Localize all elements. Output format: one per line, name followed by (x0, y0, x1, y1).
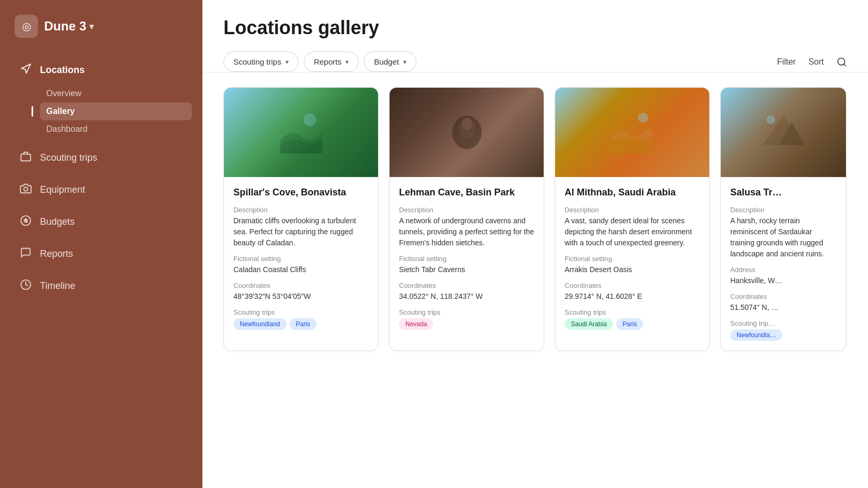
sidebar-item-overview[interactable]: Overview (40, 85, 192, 102)
svg-point-2 (24, 187, 27, 191)
app-icon-glyph: ◎ (22, 20, 31, 33)
scouting-trips-filter-label: Scouting trips (233, 57, 281, 66)
card-trips-label-4: Scouting trip… (730, 319, 836, 327)
tag-paris-1[interactable]: Paris (290, 318, 316, 330)
tag-paris-3[interactable]: Paris (616, 318, 643, 330)
svg-line-7 (844, 64, 846, 66)
svg-point-12 (638, 112, 648, 122)
location-card-1[interactable]: Spillar's Cove, Bonavista Description Dr… (223, 87, 379, 351)
search-action-button[interactable] (836, 57, 847, 67)
sidebar-item-timeline-label: Timeline (40, 281, 75, 292)
card-desc-label-1: Description (233, 206, 369, 214)
reports-chevron-icon: ▾ (345, 58, 349, 66)
search-icon (836, 57, 847, 67)
sidebar-item-scouting-trips-label: Scouting trips (40, 152, 97, 163)
card-body-4: Salusa Tr… Description A harsh, rocky te… (721, 177, 846, 350)
svg-point-11 (462, 118, 472, 130)
card-fictional-label-1: Fictional setting (233, 255, 369, 263)
app-title[interactable]: Dune 3 ▾ (44, 19, 94, 34)
card-coords-value-1: 48°39′32″N 53°04′05″W (233, 291, 369, 302)
card-address-value-4: Hanksville, W… (730, 275, 836, 286)
sidebar-item-budgets-label: Budgets (40, 216, 75, 227)
main-header: Locations gallery Scouting trips ▾ Repor… (202, 0, 868, 72)
sidebar-header: ◎ Dune 3 ▾ (0, 0, 202, 50)
nav-section-budgets: Budgets (0, 206, 202, 238)
nav-section-timeline: Timeline (0, 271, 202, 303)
nav-section-locations: Locations Overview Gallery Dashboard (0, 55, 202, 142)
location-card-4[interactable]: Salusa Tr… Description A harsh, rocky te… (720, 87, 846, 351)
app-icon: ◎ (15, 15, 38, 38)
budget-filter-button[interactable]: Budget ▾ (364, 51, 416, 72)
sidebar-item-equipment[interactable]: Equipment (11, 176, 192, 203)
sort-action-label: Sort (809, 57, 824, 67)
card-tags-2: Nevada (399, 318, 534, 330)
card-image-3 (555, 88, 709, 177)
card-title-1: Spillar's Cove, Bonavista (233, 186, 369, 199)
sidebar-item-timeline[interactable]: Timeline (11, 273, 192, 299)
card-desc-value-3: A vast, sandy desert ideal for scenes de… (565, 215, 700, 248)
card-body-2: Lehman Cave, Basin Park Description A ne… (390, 177, 544, 339)
card-image-4 (721, 88, 846, 177)
tag-nevada[interactable]: Nevada (399, 318, 433, 330)
svg-marker-0 (22, 64, 30, 73)
sidebar-item-locations[interactable]: Locations (11, 57, 192, 84)
card-desc-value-2: A network of underground caverns and tun… (399, 215, 534, 248)
card-coords-label-1: Coordinates (233, 282, 369, 289)
card-coords-value-3: 29.9714° N, 41.6028° E (565, 291, 700, 302)
card-coords-label-4: Coordinates (730, 293, 836, 300)
sidebar-item-reports[interactable]: Reports (11, 241, 192, 267)
scouting-trips-filter-button[interactable]: Scouting trips ▾ (223, 51, 299, 72)
sidebar-item-scouting-trips[interactable]: Scouting trips (11, 144, 192, 171)
nav-section-equipment: Equipment (0, 174, 202, 206)
sidebar-item-reports-label: Reports (40, 248, 73, 259)
sidebar-item-gallery[interactable]: Gallery (40, 102, 192, 120)
sidebar-item-overview-label: Overview (46, 89, 81, 98)
card-fictional-label-2: Fictional setting (399, 255, 534, 263)
filter-action-button[interactable]: Filter (777, 57, 796, 67)
card-tags-3: Saudi Arabia Paris (565, 318, 700, 330)
sidebar-item-dashboard[interactable]: Dashboard (40, 120, 192, 138)
budget-filter-label: Budget (374, 57, 399, 66)
card-coords-label-3: Coordinates (565, 282, 700, 289)
main-content: Locations gallery Scouting trips ▾ Repor… (202, 0, 868, 488)
card-tags-4: Newfoundla… (730, 329, 836, 341)
sidebar-nav: Locations Overview Gallery Dashboard (0, 50, 202, 488)
reports-filter-button[interactable]: Reports ▾ (304, 51, 359, 72)
card-title-4: Salusa Tr… (730, 186, 836, 199)
budget-chevron-icon: ▾ (403, 58, 406, 66)
budgets-icon (19, 215, 33, 229)
app-title-chevron-icon: ▾ (89, 22, 94, 32)
tag-newfoundland-4[interactable]: Newfoundla… (730, 329, 782, 341)
scouting-trips-icon (19, 151, 33, 165)
card-desc-value-4: A harsh, rocky terrain reminiscent of Sa… (730, 215, 836, 259)
sidebar-item-locations-label: Locations (40, 65, 85, 76)
location-card-3[interactable]: Al Mithnab, Saudi Arabia Description A v… (555, 87, 710, 351)
card-desc-value-1: Dramatic cliffs overlooking a turbulent … (233, 215, 369, 248)
reports-filter-label: Reports (314, 57, 342, 66)
card-coords-value-4: 51.5074° N, … (730, 302, 836, 313)
nav-section-scouting: Scouting trips (0, 142, 202, 174)
card-title-3: Al Mithnab, Saudi Arabia (565, 186, 700, 199)
header-actions: Filter Sort (777, 57, 847, 67)
card-title-2: Lehman Cave, Basin Park (399, 186, 534, 199)
card-tags-1: Newfoundland Paris (233, 318, 369, 330)
reports-icon (19, 247, 33, 261)
tag-newfoundland[interactable]: Newfoundland (233, 318, 287, 330)
sidebar-item-budgets[interactable]: Budgets (11, 209, 192, 235)
card-fictional-value-2: Sietch Tabr Caverns (399, 264, 534, 275)
svg-rect-1 (21, 154, 30, 161)
tag-saudi-arabia[interactable]: Saudi Arabia (565, 318, 613, 330)
card-coords-label-2: Coordinates (399, 282, 534, 289)
sort-action-button[interactable]: Sort (809, 57, 824, 67)
card-desc-label-3: Description (565, 206, 700, 214)
equipment-icon (19, 183, 33, 197)
filter-action-label: Filter (777, 57, 796, 67)
sidebar-sub-nav-locations: Overview Gallery Dashboard (11, 85, 192, 138)
svg-point-8 (303, 113, 316, 126)
sidebar: ◎ Dune 3 ▾ Locations Overview (0, 0, 202, 488)
card-fictional-label-3: Fictional setting (565, 255, 700, 263)
locations-icon (19, 63, 33, 77)
location-card-2[interactable]: Lehman Cave, Basin Park Description A ne… (389, 87, 544, 351)
app-name-label: Dune 3 (44, 19, 86, 34)
timeline-icon (19, 279, 33, 293)
